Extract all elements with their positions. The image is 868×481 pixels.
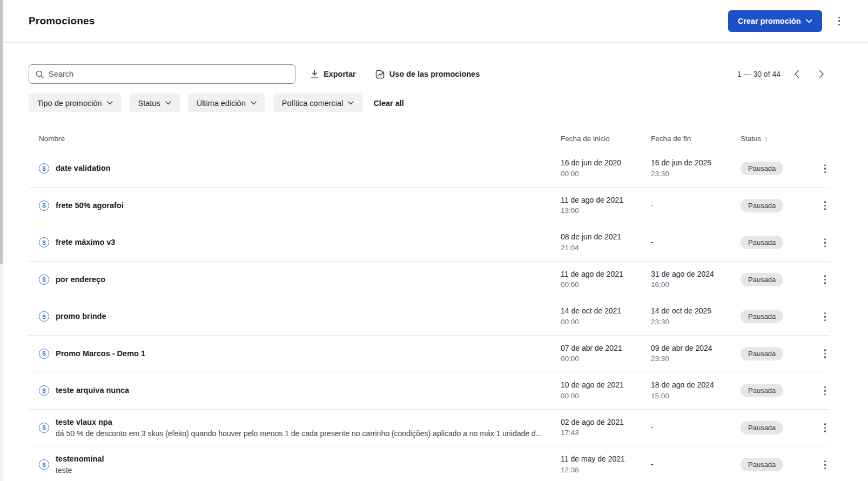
promotion-name[interactable]: frete 50% agorafoi	[56, 200, 124, 211]
row-overflow-menu-button[interactable]	[820, 383, 831, 399]
start-time: 00:00	[561, 391, 651, 402]
promotion-dollar-icon: $	[39, 311, 49, 322]
table-row[interactable]: $ frete máximo v3 08 de jun de 2021 21:0…	[29, 224, 830, 261]
filter-last-edit[interactable]: Última edición	[188, 93, 265, 112]
table-row[interactable]: $ testenominal teste 11 de may de 2021 1…	[29, 446, 830, 481]
start-date-cell: 10 de ago de 2021 00:00	[561, 380, 651, 401]
filter-promotion-type[interactable]: Tipo de promoción	[29, 93, 122, 112]
promotion-description: teste	[56, 465, 104, 476]
filter-promotion-type-label: Tipo de promoción	[37, 99, 102, 108]
promotion-name[interactable]: promo brinde	[56, 311, 106, 322]
status-badge: Pausada	[741, 162, 783, 175]
search-input[interactable]	[49, 70, 288, 78]
table-row[interactable]: $ por endereço 11 de ago de 2021 00:00 3…	[29, 261, 830, 298]
start-time: 00:00	[561, 353, 651, 364]
promotion-name[interactable]: teste arquiva nunca	[56, 385, 129, 396]
end-time: 15:00	[651, 391, 741, 402]
end-date-cell: 18 de ago de 2024 15:00	[651, 380, 741, 401]
start-time: 00:00	[561, 317, 651, 328]
filter-trade-policy-label: Política comercial	[282, 99, 344, 108]
end-date-cell: -	[651, 237, 741, 248]
start-date: 07 de abr de 2021	[561, 343, 651, 354]
table-row[interactable]: $ frete 50% agorafoi 11 de ago de 2021 1…	[29, 187, 830, 224]
start-date: 14 de oct de 2021	[561, 306, 651, 317]
scrollbar-thumb[interactable]	[0, 0, 3, 264]
row-overflow-menu-button[interactable]	[820, 272, 831, 288]
end-date: 16 de jun de 2025	[651, 158, 741, 169]
status-cell: Pausada	[741, 199, 810, 212]
status-cell: Pausada	[741, 162, 810, 175]
start-date: 10 de ago de 2021	[561, 380, 651, 391]
page-title: Promociones	[29, 15, 95, 27]
status-cell: Pausada	[741, 458, 810, 471]
create-promotion-button[interactable]: Crear promoción	[728, 10, 822, 32]
row-overflow-menu-button[interactable]	[820, 198, 831, 213]
clear-all-filters-button[interactable]: Clear all	[373, 99, 403, 108]
status-badge: Pausada	[741, 199, 783, 212]
end-date-cell: 31 de ago de 2024 16:00	[651, 269, 741, 290]
start-date: 11 de ago de 2021	[561, 195, 651, 206]
status-badge: Pausada	[741, 421, 783, 435]
promotions-usage-label: Uso de las promociones	[389, 70, 480, 78]
chevron-down-icon	[348, 101, 354, 105]
column-header-end-date[interactable]: Fecha de fin	[651, 135, 741, 143]
row-overflow-menu-button[interactable]	[820, 420, 831, 436]
start-date-cell: 11 de may de 2021 12:38	[561, 454, 651, 475]
search-box[interactable]	[29, 64, 295, 84]
promotion-name[interactable]: date validation	[56, 163, 111, 174]
end-date: -	[651, 422, 741, 433]
export-button[interactable]: Exportar	[311, 70, 356, 78]
column-header-status[interactable]: Status ↑	[741, 135, 810, 143]
table-row[interactable]: $ teste vlaux npa dá 50 % de desconto em…	[29, 409, 830, 446]
promotion-name[interactable]: frete máximo v3	[56, 237, 115, 248]
promotions-list-page: Exportar Uso de las promociones 1 — 30 o…	[0, 64, 868, 481]
header-overflow-menu-button[interactable]	[834, 14, 845, 29]
previous-page-button[interactable]	[788, 65, 805, 83]
row-overflow-menu-button[interactable]	[820, 235, 831, 251]
start-date-cell: 07 de abr de 2021 00:00	[561, 343, 651, 364]
column-header-name[interactable]: Nombre	[29, 135, 561, 143]
promotion-dollar-icon: $	[39, 423, 49, 433]
filter-status[interactable]: Status	[130, 93, 180, 112]
promotions-usage-button[interactable]: Uso de las promociones	[375, 70, 480, 79]
promotion-name[interactable]: testenominal	[56, 453, 104, 465]
table-row[interactable]: $ teste arquiva nunca 10 de ago de 2021 …	[29, 372, 830, 409]
table-row[interactable]: $ date validation 16 de jun de 2020 00:0…	[29, 150, 830, 187]
left-scrollbar[interactable]	[0, 0, 3, 481]
sort-ascending-icon[interactable]: ↑	[764, 135, 768, 143]
promotion-dollar-icon: $	[39, 163, 49, 173]
promotion-name[interactable]: teste vlaux npa	[56, 417, 542, 428]
end-date: 31 de ago de 2024	[651, 269, 741, 280]
status-badge: Pausada	[741, 458, 783, 471]
start-date: 11 de ago de 2021	[561, 269, 651, 280]
end-date-cell: 09 de abr de 2024 23:30	[651, 343, 741, 364]
status-cell: Pausada	[741, 236, 810, 249]
promotion-name[interactable]: por endereço	[56, 274, 105, 285]
chevron-down-icon	[806, 19, 812, 23]
pagination: 1 — 30 of 44	[737, 65, 830, 83]
row-overflow-menu-button[interactable]	[820, 309, 831, 325]
end-date-cell: -	[651, 459, 741, 470]
status-badge: Pausada	[741, 384, 783, 397]
row-overflow-menu-button[interactable]	[820, 457, 831, 473]
start-date-cell: 08 de jun de 2021 21:04	[561, 232, 651, 253]
row-overflow-menu-button[interactable]	[820, 346, 831, 362]
filter-last-edit-label: Última edición	[197, 99, 246, 108]
start-date: 02 de ago de 2021	[561, 417, 651, 428]
promotions-table: Nombre Fecha de inicio Fecha de fin Stat…	[29, 127, 830, 481]
row-overflow-menu-button[interactable]	[820, 161, 831, 177]
promotion-dollar-icon: $	[39, 349, 49, 359]
toolbar: Exportar Uso de las promociones 1 — 30 o…	[29, 64, 830, 84]
promotion-dollar-icon: $	[39, 459, 49, 470]
table-body: $ date validation 16 de jun de 2020 00:0…	[29, 150, 830, 481]
filter-trade-policy[interactable]: Política comercial	[273, 93, 363, 112]
start-date-cell: 14 de oct de 2021 00:00	[561, 306, 651, 327]
status-cell: Pausada	[741, 384, 810, 397]
table-row[interactable]: $ Promo Marcos - Demo 1 07 de abr de 202…	[29, 335, 830, 372]
create-promotion-label: Crear promoción	[738, 17, 801, 25]
promotion-name[interactable]: Promo Marcos - Demo 1	[56, 348, 145, 359]
end-time: 23:30	[651, 317, 741, 328]
column-header-start-date[interactable]: Fecha de inicio	[561, 135, 651, 143]
next-page-button[interactable]	[813, 65, 830, 83]
table-row[interactable]: $ promo brinde 14 de oct de 2021 00:00 1…	[29, 298, 830, 335]
